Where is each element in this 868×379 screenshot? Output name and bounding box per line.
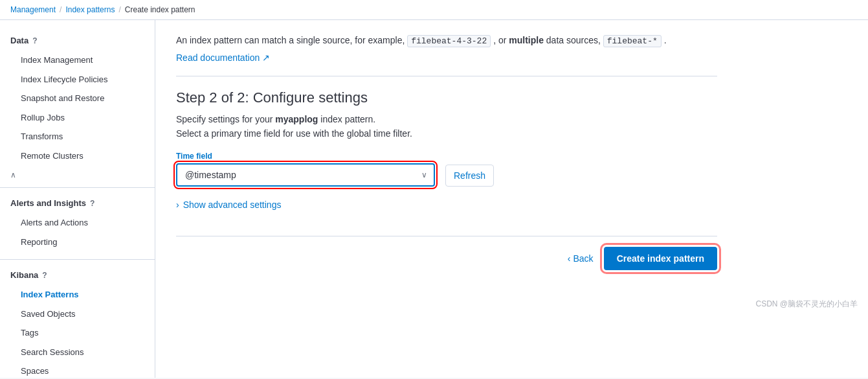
- back-button[interactable]: ‹ Back: [568, 253, 594, 264]
- kibana-section-label: Kibana: [10, 270, 38, 280]
- step-description: Specify settings for your myapplog index…: [176, 114, 717, 124]
- code-example-2: filebeat-*: [603, 35, 662, 47]
- external-link-icon: ↗: [262, 52, 270, 63]
- sidebar-divider-2: [0, 259, 155, 260]
- time-field-label: Time field: [176, 152, 435, 161]
- sidebar-item-rollup[interactable]: Rollup Jobs: [10, 108, 144, 128]
- refresh-label: Refresh: [454, 170, 485, 181]
- refresh-button[interactable]: Refresh: [445, 165, 494, 187]
- footer-actions: ‹ Back Create index pattern: [176, 236, 717, 281]
- sidebar-item-tags[interactable]: Tags: [10, 323, 144, 343]
- main-content: An index pattern can match a single sour…: [155, 20, 868, 378]
- data-section: Data ? Index Management Index Lifecycle …: [0, 30, 155, 168]
- index-pattern-name: myapplog: [275, 114, 318, 124]
- footer-note: CSDN @脑袋不灵光的小白羊: [155, 293, 868, 315]
- field-row: Time field @timestamp _id _index _score …: [176, 152, 717, 187]
- sidebar-item-search-sessions[interactable]: Search Sessions: [10, 343, 144, 362]
- sidebar-divider-1: [0, 187, 155, 188]
- breadcrumb-current: Create index pattern: [125, 5, 195, 14]
- time-field-group: Time field @timestamp _id _index _score …: [176, 152, 435, 187]
- time-field-select-wrapper: @timestamp _id _index _score _type ∨: [176, 163, 435, 187]
- data-help-icon[interactable]: ?: [32, 36, 37, 45]
- kibana-section: Kibana ? Index Patterns Saved Objects Ta…: [0, 265, 155, 378]
- alerts-section: Alerts and Insights ? Alerts and Actions…: [0, 193, 155, 254]
- code-example-1: filebeat-4-3-22: [407, 35, 491, 47]
- alerts-section-label: Alerts and Insights: [10, 198, 86, 208]
- data-section-header: Data ?: [10, 36, 144, 45]
- chevron-up-icon: ∧: [10, 170, 16, 179]
- alerts-section-header: Alerts and Insights ?: [10, 198, 144, 208]
- step-subdescription: Select a primary time field for use with…: [176, 128, 717, 139]
- intro-text: An index pattern can match a single sour…: [176, 33, 717, 49]
- sidebar-item-index-management[interactable]: Index Management: [10, 51, 144, 70]
- sidebar-item-alerts[interactable]: Alerts and Actions: [10, 213, 144, 233]
- alerts-help-icon[interactable]: ?: [90, 199, 95, 208]
- sidebar-item-saved-objects[interactable]: Saved Objects: [10, 304, 144, 324]
- kibana-section-header: Kibana ?: [10, 270, 144, 280]
- create-index-pattern-button[interactable]: Create index pattern: [604, 247, 717, 270]
- sidebar-item-index-lifecycle[interactable]: Index Lifecycle Policies: [10, 70, 144, 89]
- time-field-select[interactable]: @timestamp _id _index _score _type: [177, 165, 434, 185]
- divider: [176, 76, 717, 76]
- sidebar-item-remote[interactable]: Remote Clusters: [10, 146, 144, 166]
- sidebar-item-transforms[interactable]: Transforms: [10, 127, 144, 146]
- read-doc-link[interactable]: Read documentation ↗: [176, 52, 270, 63]
- advanced-label: Show advanced settings: [183, 200, 282, 210]
- sidebar-item-index-patterns[interactable]: Index Patterns: [10, 285, 144, 304]
- sidebar-item-spaces[interactable]: Spaces: [10, 362, 144, 378]
- advanced-chevron-icon: ›: [176, 200, 179, 210]
- breadcrumb-sep2: /: [118, 5, 120, 14]
- breadcrumb-management[interactable]: Management: [10, 5, 56, 14]
- back-label: Back: [573, 253, 594, 264]
- step-title: Step 2 of 2: Configure settings: [176, 89, 717, 106]
- breadcrumb: Management / Index patterns / Create ind…: [0, 0, 868, 20]
- kibana-help-icon[interactable]: ?: [42, 271, 47, 280]
- back-chevron-icon: ‹: [568, 253, 571, 264]
- advanced-settings-toggle[interactable]: › Show advanced settings: [176, 200, 717, 210]
- collapse-row-1[interactable]: ∧: [0, 168, 155, 182]
- sidebar-item-snapshot[interactable]: Snapshot and Restore: [10, 89, 144, 108]
- breadcrumb-sep1: /: [60, 5, 61, 14]
- sidebar: Data ? Index Management Index Lifecycle …: [0, 20, 155, 378]
- sidebar-item-reporting[interactable]: Reporting: [10, 233, 144, 252]
- data-section-label: Data: [10, 36, 28, 45]
- breadcrumb-index-patterns[interactable]: Index patterns: [65, 5, 115, 14]
